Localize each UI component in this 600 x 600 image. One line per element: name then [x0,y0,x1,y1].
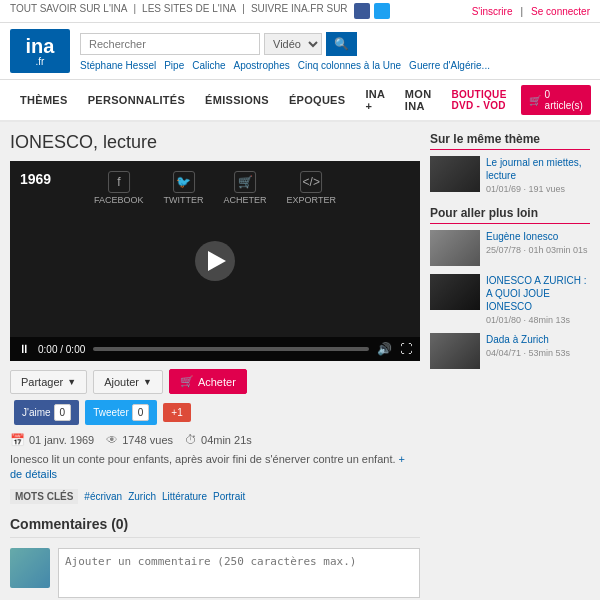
video-share-facebook[interactable]: f FACEBOOK [94,171,144,205]
buy-icon: 🛒 [234,171,256,193]
page-title: IONESCO, lecture [10,132,420,153]
video-social-bar: f FACEBOOK 🐦 TWITTER 🛒 ACHETER </> EXPOR… [94,171,336,205]
tweeter-label: Tweeter [93,407,129,418]
go-further-section: Pour aller plus loin Eugène Ionesco 25/0… [430,206,590,369]
meta-row: 📅 01 janv. 1969 👁 1748 vues ⏱ 04min 21s [10,433,420,447]
date-text: 01 janv. 1969 [29,434,94,446]
buy-button[interactable]: 🛒 Acheter [169,369,247,394]
video-export[interactable]: </> EXPORTER [287,171,336,205]
nav-epoques[interactable]: ÉPOQUES [279,86,356,114]
gplus-count: +1 [171,407,182,418]
search-link-4[interactable]: Cinq colonnes à la Une [298,60,401,71]
volume-icon[interactable]: 🔊 [377,342,392,356]
sidebar: Sur le même thème Le journal en miettes,… [430,132,590,600]
share-label: Partager [21,376,63,388]
comment-textarea[interactable] [58,548,420,598]
play-triangle-icon [208,251,226,271]
search-area: Vidéo 🔍 Stéphane Hessel Pipe Caliche Apo… [80,32,590,71]
search-link-5[interactable]: Guerre d'Algérie... [409,60,490,71]
share-dropdown-icon: ▼ [67,377,76,387]
video-player[interactable]: 1969 f FACEBOOK 🐦 TWITTER 🛒 ACHETER </> … [10,161,420,361]
views-text: 1748 vues [122,434,173,446]
tags-label: MOTS CLÉS [10,489,78,504]
search-row: Vidéo 🔍 [80,32,590,56]
search-link-0[interactable]: Stéphane Hessel [80,60,156,71]
same-theme-date-0: 01/01/69 · 191 vues [486,184,590,194]
twitter-share-icon: 🐦 [173,171,195,193]
go-further-title: Pour aller plus loin [430,206,590,224]
go-further-info-1: IONESCO A ZURICH : A QUOI JOUE IONESCO 0… [486,274,590,325]
twitter-tweet-button[interactable]: Tweeter 0 [85,400,157,425]
cart-count: 0 article(s) [545,89,583,111]
tags-row: MOTS CLÉS #écrivan Zurich Littérature Po… [10,489,420,504]
tag-0[interactable]: #écrivan [84,491,122,502]
top-bar: TOUT SAVOIR SUR L'INA | LES SITES DE L'I… [0,0,600,23]
cart-button[interactable]: 🛒 0 article(s) [521,85,591,115]
tag-1[interactable]: Zurich [128,491,156,502]
facebook-like-button[interactable]: J'aime 0 [14,400,79,425]
comment-form: 250 caractères restant Envoyer [10,548,420,600]
video-share-twitter[interactable]: 🐦 TWITTER [164,171,204,205]
tag-2[interactable]: Littérature [162,491,207,502]
logo[interactable]: ina .fr [10,29,70,73]
nav-boutique[interactable]: BOUTIQUE DVD - VOD [441,81,516,119]
same-theme-title: Sur le même thème [430,132,590,150]
twitter-label: TWITTER [164,195,204,205]
jaime-label: J'aime [22,407,51,418]
topbar-link-2[interactable]: LES SITES DE L'INA [142,3,236,19]
nav-emissions[interactable]: ÉMISSIONS [195,86,279,114]
go-further-title-0: Eugène Ionesco [486,230,590,243]
play-button[interactable] [195,241,235,281]
meta-views: 👁 1748 vues [106,433,173,447]
twitter-icon[interactable] [374,3,390,19]
go-further-card-2[interactable]: Dada à Zurich 04/04/71 · 53min 53s [430,333,590,369]
add-dropdown-icon: ▼ [143,377,152,387]
main-content: IONESCO, lecture 1969 f FACEBOOK 🐦 TWITT… [0,122,600,600]
logo-ina-text: ina [26,36,55,56]
add-button[interactable]: Ajouter ▼ [93,370,163,394]
fullscreen-icon[interactable]: ⛶ [400,342,412,356]
nav-ina-plus[interactable]: INA + [355,80,394,120]
search-link-1[interactable]: Pipe [164,60,184,71]
share-button[interactable]: Partager ▼ [10,370,87,394]
go-further-date-2: 04/04/71 · 53min 53s [486,348,590,358]
topbar-link-3[interactable]: SUIVRE INA.FR SUR [251,3,348,19]
export-label: EXPORTER [287,195,336,205]
search-button[interactable]: 🔍 [326,32,357,56]
calendar-icon: 📅 [10,433,25,447]
go-further-thumb-0 [430,230,480,266]
tweeter-count: 0 [132,404,150,421]
meta-duration: ⏱ 04min 21s [185,433,252,447]
social-icons [354,3,390,19]
eye-icon: 👁 [106,433,118,447]
search-type-select[interactable]: Vidéo [264,33,322,55]
login-link[interactable]: Se connecter [531,6,590,17]
search-link-3[interactable]: Apostrophes [234,60,290,71]
same-theme-card-0[interactable]: Le journal en miettes, lecture 01/01/69 … [430,156,590,194]
avatar-image [10,548,50,588]
cart-icon: 🛒 [529,95,541,106]
nav-themes[interactable]: THÈMES [10,86,78,114]
search-input[interactable] [80,33,260,55]
auth-links: S'inscrire | Se connecter [472,6,590,17]
main-nav: THÈMES PERSONNALITÉS ÉMISSIONS ÉPOQUES I… [0,80,600,122]
go-further-card-0[interactable]: Eugène Ionesco 25/07/78 · 01h 03min 01s [430,230,590,266]
tag-3[interactable]: Portrait [213,491,245,502]
facebook-icon[interactable] [354,3,370,19]
go-further-card-1[interactable]: IONESCO A ZURICH : A QUOI JOUE IONESCO 0… [430,274,590,325]
topbar-link-1[interactable]: TOUT SAVOIR SUR L'INA [10,3,128,19]
signin-link[interactable]: S'inscrire [472,6,513,17]
logo-fr-text: .fr [36,56,45,67]
progress-bar[interactable] [93,347,369,351]
same-theme-section: Sur le même thème Le journal en miettes,… [430,132,590,194]
gplus-button[interactable]: +1 [163,403,190,422]
search-link-2[interactable]: Caliche [192,60,225,71]
pause-button[interactable]: ⏸ [18,342,30,356]
video-year: 1969 [20,171,51,187]
meta-description: Ionesco lit un conte pour enfants, après… [10,452,420,483]
go-further-thumb-2 [430,333,480,369]
nav-personnalites[interactable]: PERSONNALITÉS [78,86,195,114]
nav-mon-ina[interactable]: MON INA [395,80,442,120]
video-buy[interactable]: 🛒 ACHETER [224,171,267,205]
video-controls: ⏸ 0:00 / 0:00 🔊 ⛶ [10,337,420,361]
